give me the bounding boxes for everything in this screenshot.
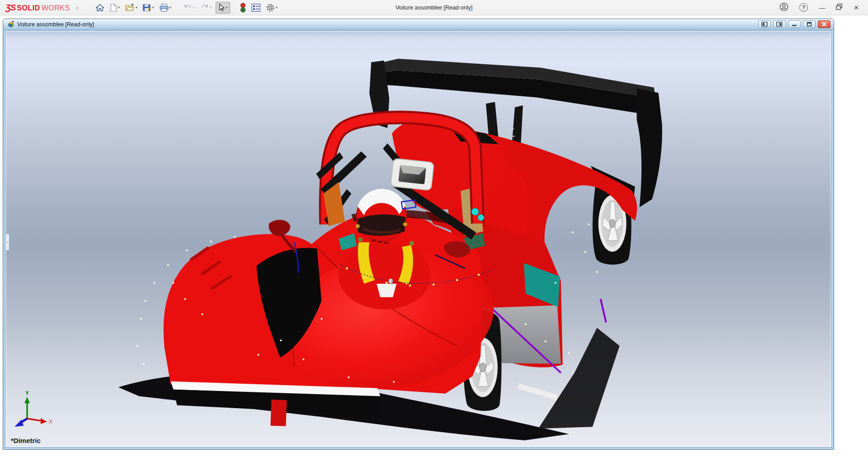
doc-pane-right-button[interactable] (773, 20, 786, 28)
document-title: Voiture assomblee [Read-only] (17, 21, 94, 28)
app-window-controls: ? — ✕ (779, 2, 863, 13)
close-icon (821, 22, 827, 27)
redo-icon (200, 4, 209, 11)
dropdown-caret-icon: ▾ (276, 5, 278, 10)
new-document-button[interactable]: ▾ (108, 2, 122, 13)
app-title-bar: ƷS SOLID WORKS › ▾ ▾ (0, 0, 868, 15)
teal-light (472, 208, 479, 215)
open-button[interactable]: ▾ (123, 2, 139, 13)
restore-icon (836, 4, 843, 10)
doc-restore-button[interactable] (803, 20, 816, 28)
redo-button[interactable]: ▾ (198, 3, 214, 13)
save-icon: ! (143, 4, 151, 12)
traffic-light-icon (240, 3, 246, 13)
minimize-button[interactable]: — (819, 5, 825, 11)
select-tool-button[interactable]: ▾ (216, 2, 230, 14)
splitter-support (270, 400, 287, 426)
triad-x-label: X (49, 419, 52, 425)
select-cursor-icon (218, 4, 225, 12)
print-icon (160, 4, 169, 12)
solidworks-mark: ƷS (5, 3, 15, 13)
svg-text:!: ! (149, 8, 150, 10)
dropdown-caret-icon: ▾ (118, 5, 120, 10)
gear-icon (266, 3, 275, 12)
home-button[interactable] (94, 2, 106, 13)
menu-expand-arrow-icon[interactable]: › (76, 5, 78, 11)
document-title-bar[interactable]: Voiture assomblee [Read-only] (3, 19, 834, 30)
orientation-triad: Y X (9, 391, 54, 434)
quick-access-toolbar: ▾ ▾ ! ▾ ▾ (94, 1, 279, 14)
options-button[interactable]: ▾ (264, 2, 279, 14)
restore-button[interactable] (836, 4, 843, 12)
doc-pane-left-button[interactable] (758, 20, 771, 28)
document-window-buttons (758, 20, 830, 28)
airbox-intake (391, 158, 434, 191)
home-icon (95, 4, 104, 12)
help-button[interactable]: ? (799, 3, 808, 12)
save-button[interactable]: ! ▾ (141, 2, 156, 13)
task-pane-icon (251, 4, 260, 12)
car-3d-model[interactable] (5, 31, 831, 447)
dropdown-caret-icon: ▾ (210, 5, 212, 10)
new-document-icon (110, 4, 117, 12)
open-folder-icon (125, 4, 135, 12)
document-window: Voiture assomblee [Read-only] (3, 19, 834, 450)
close-button[interactable]: ✕ (854, 5, 859, 11)
assembly-document-icon (7, 21, 14, 28)
undo-icon (183, 4, 192, 11)
dropdown-caret-icon: ▾ (152, 5, 154, 10)
dropdown-caret-icon: ▾ (170, 5, 171, 10)
dropdown-caret-icon: ▾ (226, 5, 228, 10)
dropdown-caret-icon: ▾ (193, 5, 195, 10)
doc-minimize-button[interactable] (788, 20, 801, 28)
triad-y-label: Y (25, 391, 29, 396)
pane-left-icon (761, 22, 768, 27)
app-window-title: Voiture assomblee [Read-only] (396, 5, 472, 11)
solidworks-logo: ƷS SOLID WORKS (5, 3, 70, 13)
account-icon (779, 2, 788, 11)
view-settings-button[interactable] (238, 1, 248, 14)
view-orientation-label: *Dimetric (11, 437, 41, 444)
restore-icon (807, 22, 812, 27)
doc-close-button[interactable] (818, 20, 830, 28)
pane-right-icon (776, 22, 783, 27)
print-button[interactable]: ▾ (158, 2, 173, 13)
minimize-icon (792, 22, 797, 27)
account-button[interactable] (779, 2, 788, 13)
dropdown-caret-icon: ▾ (136, 5, 137, 10)
featuremanager-collapsed-tab[interactable]: › (5, 234, 9, 251)
task-pane-button[interactable] (250, 2, 262, 13)
graphics-viewport[interactable]: Y X *Dimetric › (5, 30, 832, 448)
undo-button[interactable]: ▾ (181, 3, 197, 13)
